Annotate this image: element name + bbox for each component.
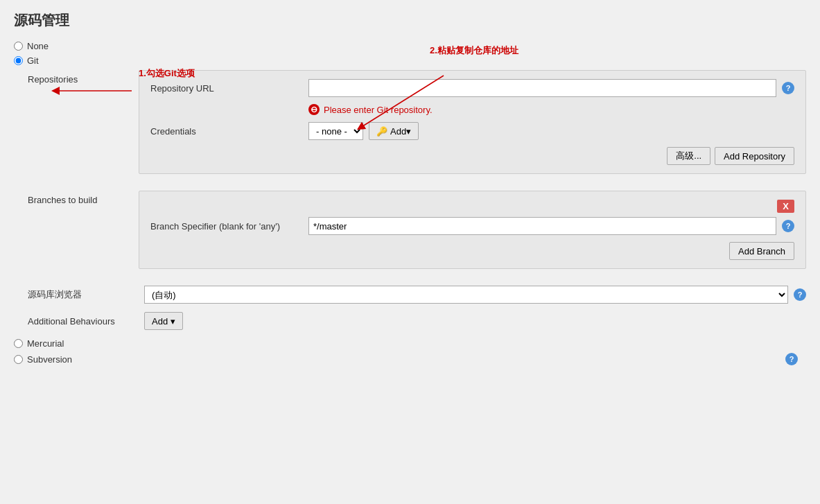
branch-specifier-help-icon[interactable]: ? <box>782 220 794 232</box>
git-radio-item: Git <box>14 55 806 66</box>
credentials-row: Credentials - none - 🔑 Add▾ <box>150 122 794 140</box>
credentials-label: Credentials <box>150 126 303 137</box>
additional-behaviours-label: Additional Behaviours <box>28 316 139 327</box>
branches-row: Branches to build X Branch Specifier (bl… <box>28 191 806 277</box>
mercurial-radio[interactable] <box>14 339 23 348</box>
credentials-add-button[interactable]: 🔑 Add▾ <box>369 122 419 140</box>
page-title: 源码管理 <box>14 11 806 30</box>
add-label: Add <box>152 316 168 327</box>
source-browser-row: 源码库浏览器 (自动) ? <box>28 286 806 304</box>
source-browser-help-icon[interactable]: ? <box>794 288 806 301</box>
error-text: Please enter Git repository. <box>324 105 433 115</box>
git-label[interactable]: Git <box>27 55 39 66</box>
mercurial-label[interactable]: Mercurial <box>27 338 64 349</box>
add-branch-row: Add Branch <box>150 242 794 260</box>
subversion-row: Subversion ? <box>14 353 806 365</box>
dropdown-arrow: ▾ <box>171 316 175 327</box>
source-browser-label: 源码库浏览器 <box>28 288 139 301</box>
source-browser-select[interactable]: (自动) <box>144 286 788 304</box>
branches-panel: X Branch Specifier (blank for 'any') ? A… <box>139 191 806 269</box>
subversion-label[interactable]: Subversion <box>27 354 72 365</box>
none-radio-item: None <box>14 41 806 51</box>
repositories-panel: Repository URL ? ⊖ Please enter Git repo… <box>139 70 806 174</box>
branch-specifier-row: Branch Specifier (blank for 'any') ? <box>150 217 794 235</box>
repo-url-label: Repository URL <box>150 83 303 94</box>
advanced-button[interactable]: 高级... <box>667 147 710 165</box>
repo-url-help-icon[interactable]: ? <box>782 82 794 94</box>
additional-behaviours-row: Additional Behaviours Add ▾ <box>28 312 806 330</box>
repositories-label: Repositories <box>28 70 139 85</box>
repo-url-error: ⊖ Please enter Git repository. <box>308 104 794 115</box>
repo-action-buttons: 高级... Add Repository <box>150 147 794 165</box>
remove-branch-button[interactable]: X <box>777 200 794 213</box>
branches-label: Branches to build <box>28 191 139 205</box>
credentials-select[interactable]: - none - <box>308 122 363 140</box>
repo-url-row: Repository URL ? <box>150 79 794 97</box>
none-label[interactable]: None <box>27 41 49 51</box>
mercurial-radio-item: Mercurial <box>14 338 806 349</box>
error-icon: ⊖ <box>308 104 320 115</box>
repo-url-input[interactable] <box>308 79 776 97</box>
add-repository-button[interactable]: Add Repository <box>715 147 794 165</box>
repositories-row: Repositories Repository URL ? ⊖ Please e… <box>28 70 806 182</box>
subversion-radio[interactable] <box>14 355 23 364</box>
credentials-add-label: Add▾ <box>390 126 411 137</box>
key-icon: 🔑 <box>376 126 387 137</box>
branch-specifier-label: Branch Specifier (blank for 'any') <box>150 221 303 232</box>
branches-x-row: X <box>150 200 794 213</box>
subversion-help-icon[interactable]: ? <box>785 353 798 365</box>
additional-behaviours-add-button[interactable]: Add ▾ <box>144 312 183 330</box>
git-radio[interactable] <box>14 56 23 65</box>
branch-specifier-input[interactable] <box>308 217 776 235</box>
subversion-radio-item: Subversion <box>14 354 72 365</box>
add-branch-button[interactable]: Add Branch <box>729 242 794 260</box>
none-radio[interactable] <box>14 42 23 51</box>
